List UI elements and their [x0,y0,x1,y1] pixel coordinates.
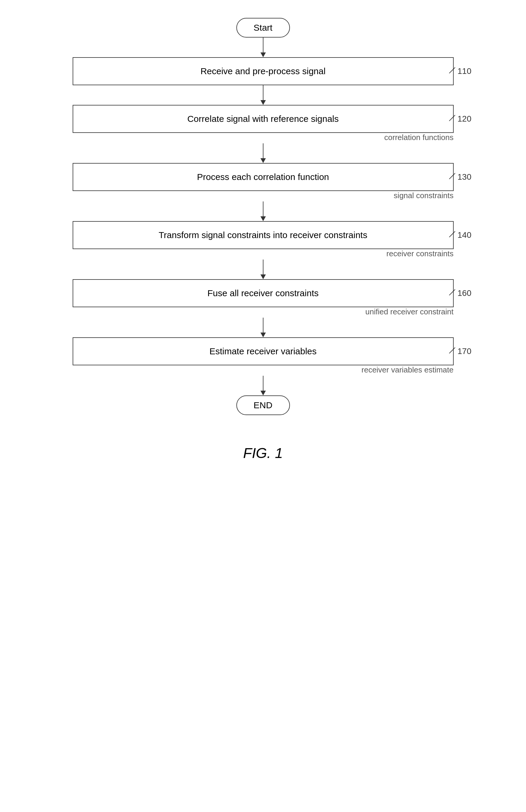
figure-label: FIG. 1 [243,445,283,461]
arrow-label-correlation: correlation functions [384,133,454,142]
arrow-label-receiver-vars: receiver variables estimate [361,365,453,375]
arrow-head [260,158,266,163]
step-170-box: Estimate receiver variables [73,337,454,365]
arrow-head [260,274,266,279]
arrow-3: correlation functions [73,133,454,163]
connector-line [263,201,264,216]
arrow-head [260,216,266,221]
start-capsule: Start [236,18,290,38]
connector-line [263,85,264,100]
step-130-box: Process each correlation function [73,163,454,191]
ref-160: 160 [448,288,471,298]
arrow-2 [260,85,266,105]
end-capsule: END [236,395,290,415]
connector-line [263,260,264,274]
ref-120: 120 [448,114,471,124]
connector-line [263,318,264,333]
arrow-head [260,100,266,105]
arrow-5: receiver constraints [73,249,454,279]
arrow-7: receiver variables estimate [73,365,454,395]
step-row-120: Correlate signal with reference signals … [40,105,486,133]
step-120-box: Correlate signal with reference signals [73,105,454,133]
step-row-140: Transform signal constraints into receiv… [40,221,486,249]
step-140-box: Transform signal constraints into receiv… [73,221,454,249]
arrow-1 [260,38,266,57]
step-row-160: Fuse all receiver constraints 160 [40,279,486,307]
arrow-label-signal-constraints: signal constraints [394,191,454,200]
step-110-box: Receive and pre-process signal [73,57,454,85]
step-160-box: Fuse all receiver constraints [73,279,454,307]
arrow-4: signal constraints [73,191,454,221]
arrow-head [260,391,266,395]
arrow-6: unified receiver constraint [73,307,454,337]
ref-170: 170 [448,347,471,356]
connector-line [263,38,264,53]
connector-line [263,376,264,391]
arrow-label-unified: unified receiver constraint [365,307,453,317]
step-row-130: Process each correlation function 130 [40,163,486,191]
arrow-head [260,333,266,337]
ref-110: 110 [448,67,471,76]
step-row-110: Receive and pre-process signal 110 [40,57,486,85]
arrow-label-receiver-constraints: receiver constraints [386,249,453,258]
flowchart: Start Receive and pre-process signal 110… [0,0,526,461]
step-row-170: Estimate receiver variables 170 [40,337,486,365]
ref-140: 140 [448,230,471,240]
arrow-head [260,53,266,57]
ref-130: 130 [448,172,471,182]
connector-line [263,143,264,158]
